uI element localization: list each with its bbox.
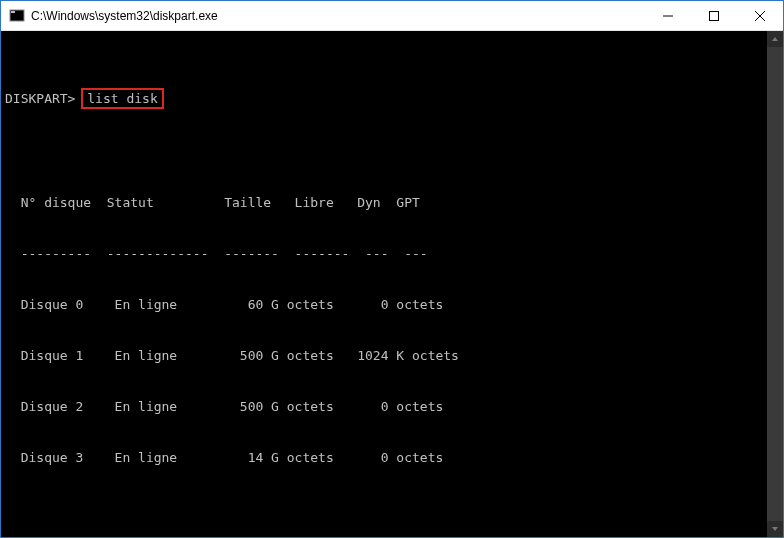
scroll-down-button[interactable] <box>767 521 783 537</box>
blank-line <box>5 143 783 160</box>
disk-table-divider: --------- ------------- ------- ------- … <box>5 245 783 262</box>
app-icon <box>9 8 25 24</box>
table-row: Disque 1 En ligne 500 G octets 1024 K oc… <box>5 347 783 364</box>
maximize-button[interactable] <box>691 1 737 31</box>
prompt: DISKPART> <box>5 91 75 106</box>
blank-line <box>5 500 783 517</box>
svg-marker-6 <box>772 37 778 41</box>
minimize-button[interactable] <box>645 1 691 31</box>
svg-rect-1 <box>11 11 15 13</box>
window-title: C:\Windows\system32\diskpart.exe <box>31 9 218 23</box>
table-row: Disque 2 En ligne 500 G octets 0 octets <box>5 398 783 415</box>
scrollbar-track[interactable] <box>767 47 783 521</box>
svg-marker-7 <box>772 527 778 531</box>
close-button[interactable] <box>737 1 783 31</box>
scrollbar-thumb[interactable] <box>767 47 783 521</box>
scrollbar[interactable] <box>767 31 783 537</box>
disk-table-header: N° disque Statut Taille Libre Dyn GPT <box>5 194 783 211</box>
window-titlebar: C:\Windows\system32\diskpart.exe <box>1 1 783 31</box>
prompt-line: DISKPART> list disk <box>5 88 783 109</box>
table-row: Disque 3 En ligne 14 G octets 0 octets <box>5 449 783 466</box>
table-row: Disque 0 En ligne 60 G octets 0 octets <box>5 296 783 313</box>
console-area[interactable]: DISKPART> list disk N° disque Statut Tai… <box>1 31 783 537</box>
cmd-list-disk: list disk <box>81 88 163 109</box>
svg-rect-3 <box>710 11 719 20</box>
scroll-up-button[interactable] <box>767 31 783 47</box>
